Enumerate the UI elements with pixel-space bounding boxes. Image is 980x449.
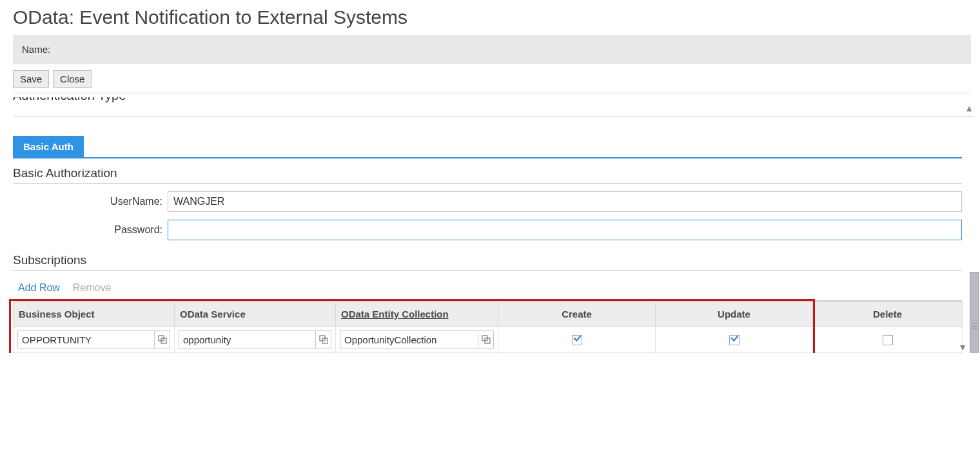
auth-type-heading: Authentication Type [13,97,126,103]
username-input[interactable] [168,191,962,212]
value-help-icon[interactable] [478,331,493,348]
scroll-down-icon[interactable]: ▼ [958,343,967,352]
table-header-row: Business Object OData Service OData Enti… [14,302,963,327]
th-create[interactable]: Create [498,302,656,327]
odata-entity-collection-field[interactable] [340,330,494,349]
divider [13,93,971,93]
business-object-input[interactable] [18,331,154,348]
update-checkbox[interactable] [729,335,740,345]
odata-entity-collection-input[interactable] [340,331,478,348]
create-checkbox[interactable] [572,335,582,345]
odata-service-input[interactable] [179,331,315,348]
table-row[interactable] [14,327,963,353]
th-update[interactable]: Update [656,302,813,327]
tab-strip: Basic Auth [13,136,974,158]
password-label: Password: [13,224,168,236]
subscriptions-heading: Subscriptions [13,253,962,271]
tab-underline [13,157,962,158]
basic-auth-heading: Basic Authorization [13,166,962,184]
value-help-icon[interactable] [154,331,170,348]
th-odata-service[interactable]: OData Service [175,302,336,327]
save-button[interactable]: Save [13,70,49,88]
th-delete[interactable]: Delete [813,302,963,327]
password-input[interactable] [168,220,962,240]
business-object-field[interactable] [17,330,170,349]
subscriptions-toolbar: Add Row Remove [13,276,962,301]
th-business-object[interactable]: Business Object [14,302,175,327]
value-help-icon[interactable] [315,331,331,348]
odata-service-field[interactable] [179,330,331,349]
delete-checkbox[interactable] [883,335,893,345]
tab-basic-auth[interactable]: Basic Auth [13,136,84,157]
username-label: UserName: [13,196,168,207]
remove-button[interactable]: Remove [68,280,117,296]
name-bar: Name: [13,35,971,64]
close-button[interactable]: Close [53,70,92,88]
clipped-section: Authentication Type ▲ [13,97,974,117]
toolbar: Save Close [13,70,980,88]
subscriptions-table: Business Object OData Service OData Enti… [13,301,963,353]
page-title: OData: Event Notification to External Sy… [13,6,980,28]
scroll-up-icon[interactable]: ▲ [965,104,974,113]
th-odata-entity-collection[interactable]: OData Entity Collection [336,302,498,327]
scrollbar-thumb[interactable] [970,272,979,353]
add-row-button[interactable]: Add Row [13,280,65,296]
